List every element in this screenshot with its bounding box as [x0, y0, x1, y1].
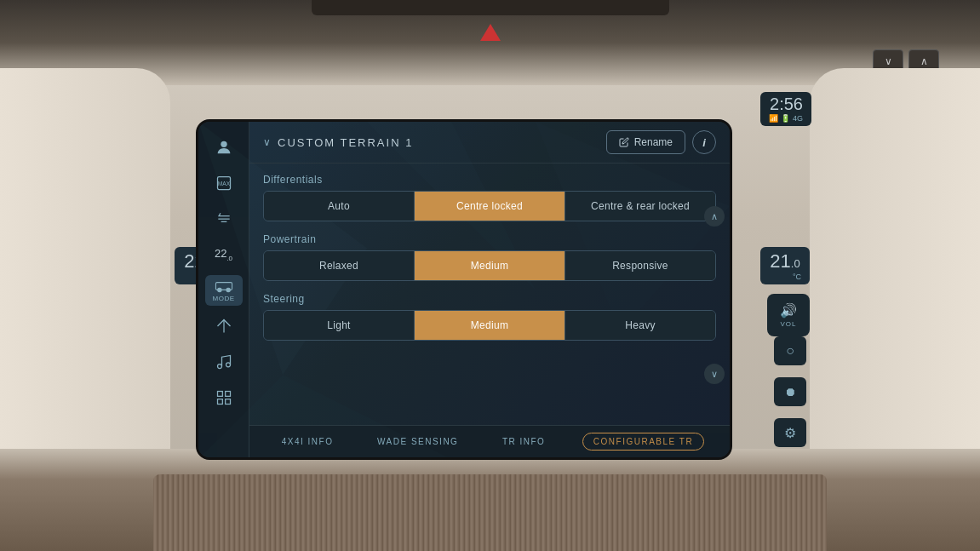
- camera-icon: ⏺: [784, 385, 796, 399]
- volume-control[interactable]: 🔊 VOL: [767, 294, 810, 336]
- circle-icon-btn[interactable]: ○: [774, 336, 806, 365]
- right-temp-decimal: .0: [791, 257, 800, 270]
- screen-sidebar: MAX 22.0 MODE: [198, 122, 249, 457]
- st-light-btn[interactable]: Light: [264, 311, 415, 340]
- pt-relaxed-btn[interactable]: Relaxed: [264, 251, 415, 280]
- info-button[interactable]: i: [692, 130, 716, 154]
- steering-section: Steering Light Medium Heavy: [263, 293, 716, 341]
- nav-configurable-tr[interactable]: CONFIGURABLE TR: [582, 433, 704, 451]
- clock-status-icons: 📶 🔋 4G: [769, 114, 803, 123]
- header-left: ∨ CUSTOM TERRAIN 1: [263, 136, 413, 149]
- steering-label: Steering: [263, 293, 716, 305]
- main-screen: MAX 22.0 MODE: [196, 119, 732, 460]
- sidebar-music-icon[interactable]: [205, 347, 243, 377]
- sidebar-apps-icon[interactable]: [205, 382, 243, 413]
- differentials-section: Differentials Auto Centre locked Centre …: [263, 174, 716, 221]
- left-seat-panel: [0, 68, 170, 483]
- pt-responsive-btn[interactable]: Responsive: [565, 251, 715, 280]
- diff-auto-btn[interactable]: Auto: [264, 192, 415, 221]
- bottom-trim: [0, 449, 980, 551]
- vent-bar: [312, 0, 669, 15]
- rename-label: Rename: [634, 136, 673, 148]
- camera-icon-btn[interactable]: ⏺: [774, 377, 806, 406]
- screen-main-content: ∨ CUSTOM TERRAIN 1 Rename i: [249, 122, 730, 457]
- screen-scroll-area: ∧ Differentials Auto Centre locked Centr…: [249, 164, 730, 425]
- volume-label: VOL: [780, 320, 796, 328]
- scroll-down-button[interactable]: ∨: [704, 364, 725, 384]
- wood-trim: [153, 474, 827, 551]
- volume-icon: 🔊: [780, 302, 797, 319]
- network-icon: 4G: [793, 114, 803, 123]
- svg-point-4: [221, 141, 226, 147]
- scroll-up-button[interactable]: ∧: [704, 206, 725, 227]
- svg-text:MAX: MAX: [217, 181, 230, 187]
- nav-wade-sensing[interactable]: WADE SENSING: [370, 433, 465, 450]
- info-label: i: [702, 136, 706, 149]
- steering-toggle-group: Light Medium Heavy: [263, 310, 716, 341]
- powertrain-label: Powertrain: [263, 233, 716, 245]
- clock-time: 2:56: [769, 95, 803, 112]
- clock-display: 2:56 📶 🔋 4G: [760, 92, 811, 126]
- battery-icon: 🔋: [781, 114, 790, 123]
- sidebar-seat-heat-max-icon[interactable]: MAX: [205, 168, 243, 198]
- settings-icon: ⚙: [784, 425, 796, 441]
- car-interior: ∨ ∧ 22.0 °C 2:56 📶 🔋 4G 21.0 °C 🔊 VOL: [0, 0, 980, 551]
- powertrain-toggle-group: Relaxed Medium Responsive: [263, 250, 716, 281]
- sidebar-nav-icon[interactable]: [205, 311, 243, 342]
- settings-icon-btn[interactable]: ⚙: [774, 418, 806, 447]
- pencil-icon: [619, 137, 629, 147]
- right-temp-value: 21: [770, 250, 790, 272]
- screen-bottom-nav: 4X4I INFO WADE SENSING TR INFO CONFIGURA…: [249, 425, 730, 457]
- terrain-title: CUSTOM TERRAIN 1: [278, 136, 413, 149]
- screen-header: ∨ CUSTOM TERRAIN 1 Rename i: [249, 122, 730, 164]
- svg-rect-14: [217, 399, 222, 405]
- svg-point-10: [217, 364, 221, 369]
- dropdown-arrow-icon[interactable]: ∨: [263, 136, 271, 148]
- svg-rect-12: [217, 392, 222, 397]
- st-medium-btn[interactable]: Medium: [415, 311, 565, 340]
- sidebar-seat-heat-icon[interactable]: [205, 204, 243, 234]
- sidebar-mode-icon[interactable]: MODE: [205, 275, 243, 306]
- nav-4x4i-info[interactable]: 4X4I INFO: [275, 433, 341, 450]
- right-side-icons-group: ○ ⏺ ⚙: [774, 336, 806, 447]
- diff-centre-locked-btn[interactable]: Centre locked: [415, 192, 565, 221]
- diff-centre-rear-locked-btn[interactable]: Centre & rear locked: [565, 192, 715, 221]
- svg-point-8: [217, 288, 221, 291]
- nav-tr-info[interactable]: TR INFO: [496, 433, 553, 450]
- differentials-label: Differentials: [263, 174, 716, 186]
- svg-point-11: [226, 363, 230, 367]
- hazard-icon[interactable]: [480, 24, 501, 41]
- right-seat-panel: [810, 68, 980, 483]
- sidebar-temp-icon[interactable]: 22.0: [205, 239, 243, 270]
- signal-icon: 📶: [769, 114, 778, 123]
- powertrain-section: Powertrain Relaxed Medium Responsive: [263, 233, 716, 281]
- circle-icon: ○: [786, 343, 794, 359]
- differentials-toggle-group: Auto Centre locked Centre & rear locked: [263, 191, 716, 221]
- pt-medium-btn[interactable]: Medium: [415, 251, 565, 280]
- sidebar-temp-value: 22.0: [215, 247, 232, 262]
- header-right: Rename i: [606, 130, 716, 154]
- st-heavy-btn[interactable]: Heavy: [565, 311, 715, 340]
- svg-rect-15: [225, 399, 230, 405]
- right-temp-display[interactable]: 21.0 °C: [760, 247, 810, 284]
- mode-label: MODE: [213, 295, 235, 302]
- svg-rect-13: [225, 392, 230, 397]
- svg-point-9: [226, 288, 229, 291]
- sidebar-user-icon[interactable]: [205, 132, 243, 163]
- rename-button[interactable]: Rename: [606, 130, 685, 154]
- right-temp-unit: °C: [769, 273, 801, 281]
